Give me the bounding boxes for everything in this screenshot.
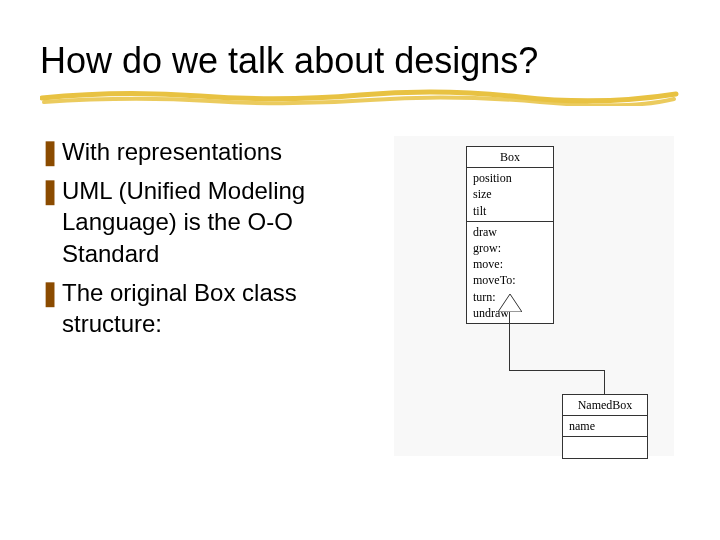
uml-class-name: Box bbox=[467, 147, 553, 168]
inheritance-arrow-icon bbox=[498, 294, 522, 312]
connector-line bbox=[604, 370, 605, 394]
uml-class-namedbox: NamedBox name bbox=[562, 394, 648, 459]
bullet-text: The original Box class structure: bbox=[62, 277, 370, 339]
bullet-item: ❚ With representations bbox=[40, 136, 370, 167]
svg-marker-0 bbox=[498, 294, 522, 312]
content-row: ❚ With representations ❚ UML (Unified Mo… bbox=[40, 136, 690, 456]
uml-attributes: position size tilt bbox=[467, 168, 553, 222]
connector-line bbox=[509, 312, 510, 370]
slide-title: How do we talk about designs? bbox=[40, 40, 690, 82]
slide: How do we talk about designs? ❚ With rep… bbox=[0, 0, 720, 540]
bullet-list: ❚ With representations ❚ UML (Unified Mo… bbox=[40, 136, 370, 347]
bullet-icon: ❚ bbox=[40, 277, 60, 339]
uml-methods bbox=[563, 437, 647, 457]
title-underline bbox=[40, 88, 680, 106]
bullet-item: ❚ UML (Unified Modeling Language) is the… bbox=[40, 175, 370, 269]
bullet-icon: ❚ bbox=[40, 175, 60, 269]
bullet-text: UML (Unified Modeling Language) is the O… bbox=[62, 175, 370, 269]
connector-line bbox=[509, 370, 604, 371]
uml-attributes: name bbox=[563, 416, 647, 437]
bullet-text: With representations bbox=[62, 136, 370, 167]
bullet-item: ❚ The original Box class structure: bbox=[40, 277, 370, 339]
uml-diagram: Box position size tilt draw grow: move: … bbox=[394, 136, 674, 456]
bullet-icon: ❚ bbox=[40, 136, 60, 167]
uml-class-name: NamedBox bbox=[563, 395, 647, 416]
